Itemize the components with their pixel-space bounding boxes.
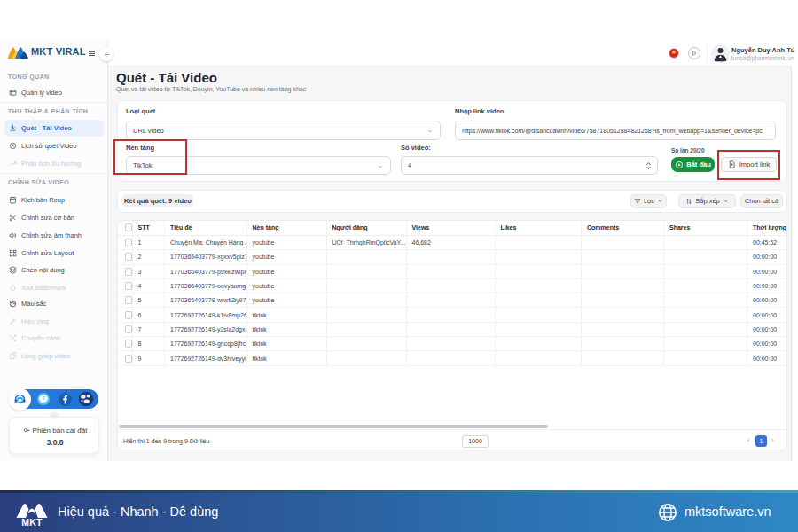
svg-text:MKT: MKT bbox=[21, 517, 43, 527]
svg-text:Z: Z bbox=[43, 396, 45, 401]
